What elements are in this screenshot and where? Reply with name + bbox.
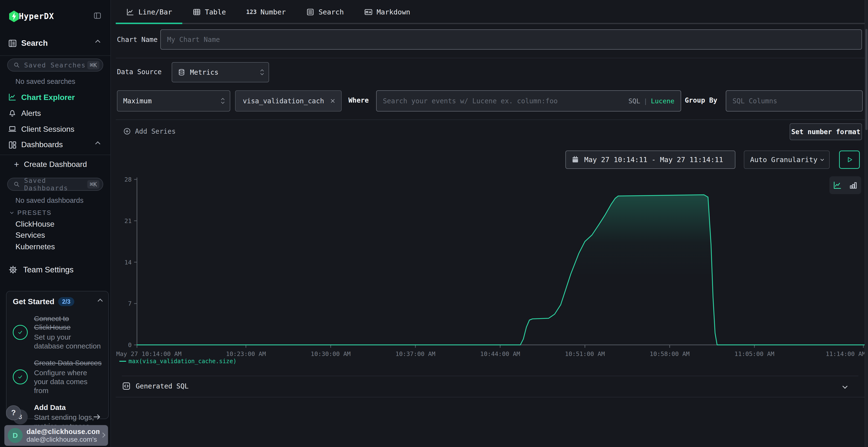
team-settings-item[interactable]: Team Settings	[8, 265, 73, 275]
tab-search[interactable]: Search	[296, 0, 354, 24]
scrollbar-thumb[interactable]	[865, 29, 868, 130]
metric-tag[interactable]: visa_validation_cach	[235, 90, 342, 111]
chevron-up-icon[interactable]	[96, 40, 100, 45]
close-icon[interactable]	[330, 98, 336, 104]
select-chevrons-icon	[261, 70, 263, 75]
saved-dashboards-input[interactable]: Saved Dashboards ⌘K	[7, 178, 103, 191]
svg-text:14: 14	[124, 259, 132, 266]
sql-option[interactable]: SQL	[628, 97, 640, 105]
step-desc: Configure where your data comes from	[34, 368, 102, 395]
shortcut-badge: ⌘K	[87, 61, 99, 69]
add-series-label: Add Series	[135, 128, 176, 135]
svg-text:28: 28	[124, 176, 132, 183]
svg-text:10:51:00 AM: 10:51:00 AM	[565, 350, 605, 357]
tab-label: Number	[260, 8, 286, 16]
svg-text:10:30:00 AM: 10:30:00 AM	[311, 350, 351, 357]
svg-text:10:37:00 AM: 10:37:00 AM	[396, 350, 435, 357]
metrics-chart[interactable]: 07142128May 27 10:14:00 AM10:23:00 AM10:…	[111, 144, 868, 371]
granularity-select[interactable]: Auto Granularity	[744, 150, 830, 169]
create-dashboard-label: Create Dashboard	[24, 160, 87, 169]
step-title: Connect to ClickHouse	[34, 314, 102, 332]
sidebar-item-chart-explorer[interactable]: Chart Explorer	[0, 91, 111, 104]
group-by-input[interactable]: SQL Columns	[726, 90, 863, 111]
svg-text:11:05:00 AM: 11:05:00 AM	[735, 350, 774, 357]
divider	[0, 56, 111, 56]
app-title: HyperDX	[19, 11, 54, 21]
svg-text:10:23:00 AM: 10:23:00 AM	[226, 350, 266, 357]
saved-searches-input[interactable]: Saved Searches ⌘K	[7, 59, 103, 72]
chevron-down-icon	[820, 158, 824, 161]
preset-clickhouse[interactable]: ClickHouse	[16, 220, 55, 229]
divider	[116, 397, 868, 398]
sidebar-item-alerts[interactable]: Alerts	[0, 107, 111, 119]
arrow-right-icon	[92, 412, 101, 421]
journal-icon	[8, 38, 18, 48]
chevron-down-icon[interactable]	[843, 384, 847, 389]
dashboards-section-header[interactable]: Dashboards	[0, 140, 111, 151]
divider	[116, 119, 868, 120]
date-range-picker[interactable]: May 27 10:14:11 - May 27 11:14:11	[565, 150, 735, 169]
legend-label: max(visa_validation_cache.size)	[128, 358, 237, 365]
get-started-step-2[interactable]: Create Data Sources Configure where your…	[13, 358, 102, 395]
sidebar-item-label: Alerts	[21, 109, 41, 118]
aggregation-select[interactable]: Maximum	[117, 90, 230, 111]
check-circle-icon	[13, 370, 28, 384]
divider	[116, 58, 868, 58]
dashboards-section-label: Dashboards	[21, 140, 63, 149]
user-menu[interactable]: D dale@clickhouse.com dale@clickhouse.co…	[4, 425, 108, 446]
presets-toggle[interactable]: PRESETS	[10, 209, 52, 216]
lucene-option[interactable]: Lucene	[651, 97, 674, 105]
calendar-icon	[571, 156, 579, 164]
scrollbar[interactable]	[865, 0, 868, 447]
tab-number[interactable]: 123 Number	[236, 0, 296, 24]
legend-line-swatch	[119, 361, 126, 362]
sidebar-item-label: Client Sessions	[21, 125, 74, 134]
gear-icon	[8, 265, 18, 275]
tab-table[interactable]: Table	[182, 0, 236, 24]
data-source-select[interactable]: Metrics	[172, 62, 269, 82]
sidebar-item-client-sessions[interactable]: Client Sessions	[0, 123, 111, 135]
chart-name-input[interactable]: My Chart Name	[160, 29, 862, 49]
bar-chart-toggle-icon[interactable]	[848, 180, 858, 190]
tab-line-bar[interactable]: Line/Bar	[116, 0, 182, 24]
collapse-sidebar-icon[interactable]	[93, 11, 102, 20]
line-chart-toggle-icon[interactable]	[833, 180, 842, 190]
preset-services[interactable]: Services	[16, 231, 45, 240]
code-icon	[122, 381, 131, 391]
svg-text:21: 21	[124, 217, 132, 225]
set-number-format-button[interactable]: Set number format	[789, 123, 862, 140]
logo-row: HyperDX	[0, 10, 111, 24]
chart-name-label: Chart Name	[117, 36, 158, 44]
chart-legend[interactable]: max(visa_validation_cache.size)	[119, 358, 237, 365]
chevron-up-icon[interactable]	[98, 299, 102, 304]
generated-sql-label: Generated SQL	[136, 382, 189, 390]
search-section-header[interactable]: Search	[0, 38, 111, 49]
add-series-button[interactable]: Add Series	[123, 127, 176, 135]
svg-text:7: 7	[128, 300, 132, 307]
svg-text:10:58:00 AM: 10:58:00 AM	[650, 350, 690, 357]
query-language-toggle[interactable]: SQL | Lucene	[628, 97, 674, 105]
laptop-icon	[8, 124, 17, 133]
tab-markdown[interactable]: Markdown	[354, 0, 421, 24]
get-started-step-1[interactable]: Connect to ClickHouse Set up your databa…	[13, 314, 102, 350]
svg-text:11:14:00 AM: 11:14:00 AM	[826, 350, 866, 357]
help-button[interactable]: ?	[6, 405, 21, 420]
hyperdx-logo-icon	[8, 10, 20, 23]
line-chart-icon	[126, 8, 134, 16]
data-source-label: Data Source	[117, 68, 161, 76]
generated-sql-row[interactable]: Generated SQL	[122, 376, 863, 397]
main-content: Line/Bar Table 123 Number Search Markdow…	[111, 0, 868, 447]
user-email: dale@clickhouse.com	[27, 428, 100, 436]
preset-kubernetes[interactable]: Kubernetes	[16, 242, 55, 251]
list-icon	[306, 8, 315, 16]
run-query-button[interactable]	[839, 150, 860, 169]
saved-searches-placeholder: Saved Searches	[24, 61, 87, 69]
create-dashboard-button[interactable]: + Create Dashboard	[14, 160, 87, 169]
group-by-placeholder: SQL Columns	[733, 97, 777, 105]
get-started-card: Get Started 2/3 Connect to ClickHouse Se…	[6, 291, 109, 419]
chevron-up-icon[interactable]	[96, 142, 100, 147]
dashboard-icon	[8, 140, 18, 150]
plus-icon: +	[14, 160, 19, 169]
sidebar: HyperDX Search Saved Searches ⌘K No save…	[0, 0, 111, 447]
where-input[interactable]: Search your events w/ Lucene ex. column:…	[376, 90, 681, 111]
